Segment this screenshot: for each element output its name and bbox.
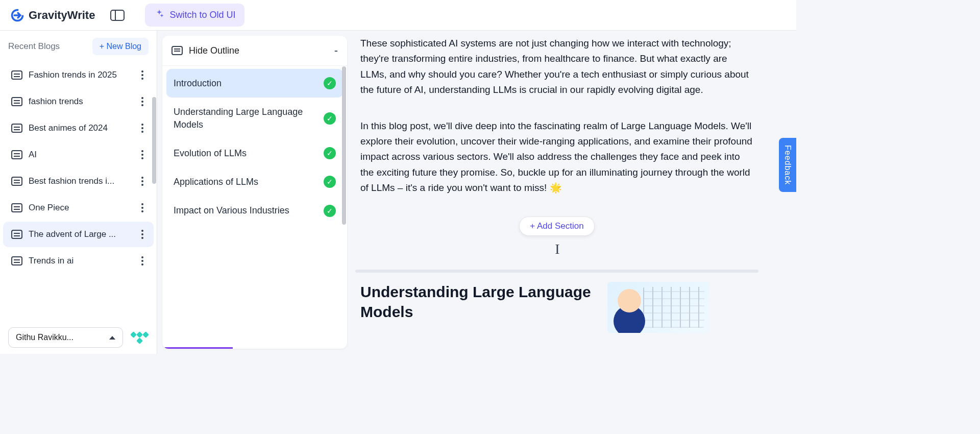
outline-list: Introduction ✓ Understanding Large Langu…	[162, 66, 347, 349]
outline-item-label: Understanding Large Language Models	[174, 106, 317, 131]
kebab-icon[interactable]	[139, 254, 145, 268]
blog-title: Fashion trends in 2025	[29, 70, 133, 80]
topbar: GravityWrite Switch to Old UI	[0, 0, 796, 31]
outline-icon	[172, 46, 183, 55]
blog-title: AI	[29, 150, 133, 160]
outline-progress-bar	[162, 347, 347, 349]
outline-item[interactable]: Impact on Various Industries ✓	[166, 196, 343, 225]
chevron-up-icon	[109, 336, 115, 340]
editor-area: These sophisticated AI systems are not j…	[355, 31, 796, 354]
kebab-icon[interactable]	[139, 228, 145, 241]
blog-item[interactable]: One Piece	[3, 195, 154, 221]
blog-item[interactable]: The advent of Large ...	[3, 222, 154, 247]
blog-title: The advent of Large ...	[29, 229, 133, 239]
doc-icon	[11, 97, 22, 106]
outline-panel: Hide Outline - Introduction ✓ Understand…	[162, 36, 347, 349]
blog-item[interactable]: fashion trends	[3, 89, 154, 114]
outline-item[interactable]: Introduction ✓	[166, 69, 343, 98]
hide-outline-button[interactable]: Hide Outline -	[162, 36, 347, 66]
blog-title: Best animes of 2024	[29, 123, 133, 133]
text-cursor-icon: I	[360, 238, 753, 261]
outline-item[interactable]: Understanding Large Language Models ✓	[166, 98, 343, 139]
doc-icon	[11, 230, 22, 239]
blog-item[interactable]: Best fashion trends i...	[3, 168, 154, 194]
section-divider	[355, 270, 758, 273]
switch-ui-label: Switch to Old UI	[169, 10, 235, 20]
blog-item[interactable]: Trends in ai	[3, 248, 154, 274]
toggle-sidebar-icon[interactable]	[110, 10, 125, 21]
check-icon: ✓	[324, 205, 336, 217]
new-blog-button[interactable]: + New Blog	[92, 38, 149, 55]
kebab-icon[interactable]	[139, 201, 145, 214]
user-name: Githu Ravikku...	[16, 333, 74, 342]
blog-list: Fashion trends in 2025 fashion trends Be…	[0, 61, 157, 354]
sidebar-scrollbar[interactable]	[152, 97, 156, 184]
recent-blogs-label: Recent Blogs	[8, 41, 60, 52]
brand-name: GravityWrite	[29, 9, 95, 22]
kebab-icon[interactable]	[139, 148, 145, 161]
blog-title: Best fashion trends i...	[29, 176, 133, 186]
outline-header-label: Hide Outline	[189, 45, 239, 56]
check-icon: ✓	[324, 77, 336, 89]
add-section-button[interactable]: + Add Section	[519, 216, 594, 236]
check-icon: ✓	[324, 176, 336, 188]
outline-scrollbar[interactable]	[342, 66, 346, 225]
outline-item-label: Introduction	[174, 77, 317, 89]
doc-icon	[11, 70, 22, 80]
doc-icon	[11, 177, 22, 186]
blog-title: fashion trends	[29, 97, 133, 107]
brand-logo[interactable]: GravityWrite	[10, 8, 95, 22]
sidebar: Recent Blogs + New Blog Fashion trends i…	[0, 31, 157, 354]
doc-icon	[11, 150, 22, 159]
blog-title: Trends in ai	[29, 256, 133, 266]
editor-content[interactable]: These sophisticated AI systems are not j…	[360, 36, 753, 333]
user-menu-button[interactable]: Githu Ravikku...	[8, 327, 123, 348]
blog-item[interactable]: Best animes of 2024	[3, 115, 154, 141]
outline-item-label: Applications of LLMs	[174, 176, 317, 188]
doc-icon	[11, 124, 22, 133]
doc-icon	[11, 256, 22, 266]
logo-icon	[10, 8, 24, 22]
check-icon: ✓	[324, 147, 336, 159]
kebab-icon[interactable]	[139, 95, 145, 108]
outline-item-label: Impact on Various Industries	[174, 204, 317, 216]
sparkle-icon	[154, 9, 164, 21]
blog-item[interactable]: Fashion trends in 2025	[3, 62, 154, 88]
doc-icon	[11, 203, 22, 212]
collapse-icon: -	[334, 44, 338, 57]
outline-item[interactable]: Applications of LLMs ✓	[166, 167, 343, 196]
blog-title: One Piece	[29, 203, 133, 213]
paragraph[interactable]: In this blog post, we'll dive deep into …	[360, 118, 753, 196]
outline-item-label: Evolution of LLMs	[174, 147, 317, 159]
kebab-icon[interactable]	[139, 122, 145, 135]
section-heading[interactable]: Understanding Large Language Models	[360, 282, 595, 322]
check-icon: ✓	[324, 112, 336, 125]
apps-widget-icon[interactable]	[130, 328, 149, 347]
outline-item[interactable]: Evolution of LLMs ✓	[166, 139, 343, 167]
paragraph[interactable]: These sophisticated AI systems are not j…	[360, 36, 753, 98]
blog-item[interactable]: AI	[3, 142, 154, 167]
switch-ui-button[interactable]: Switch to Old UI	[145, 4, 244, 27]
kebab-icon[interactable]	[139, 175, 145, 188]
section-illustration	[607, 282, 709, 333]
feedback-tab[interactable]: Feedback	[779, 138, 796, 192]
kebab-icon[interactable]	[139, 68, 145, 82]
